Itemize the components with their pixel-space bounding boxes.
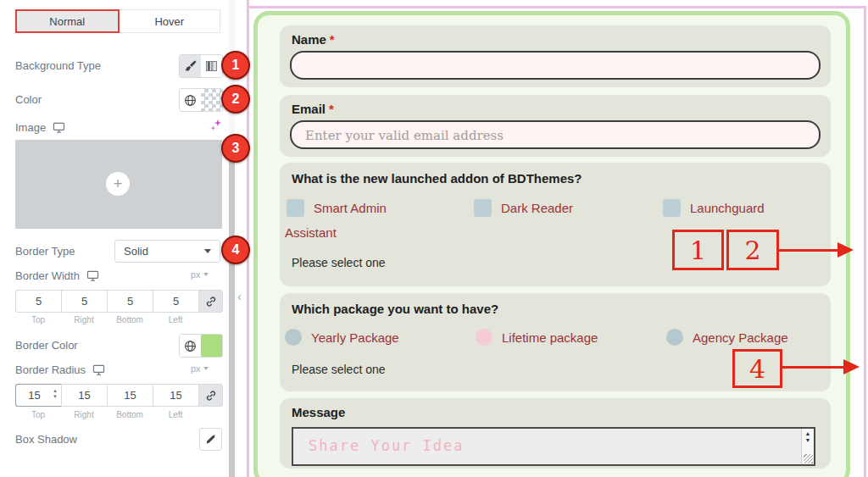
checkbox-option-launchguard[interactable]: Launchguard [663,199,765,217]
required-asterisk: * [329,102,334,116]
border-radius-label-row: Border Radius [15,362,105,377]
state-tabs: Normal Hover [15,9,220,33]
border-width-left-input[interactable]: 5 [153,290,198,313]
message-placeholder: Share Your Idea [309,437,465,454]
chevron-down-icon [203,367,209,370]
radio-option-lifetime-package[interactable]: Lifetime package [476,329,598,346]
scroll-down-icon[interactable]: ▼ [805,437,811,444]
radio-icon[interactable] [666,329,683,346]
annotation-circle-3: 3 [221,134,250,163]
add-image-icon[interactable]: + [106,172,130,196]
color-global-button[interactable] [180,89,201,111]
name-label: Name* [292,32,335,47]
tab-hover[interactable]: Hover [120,9,221,33]
image-label-row: Image [15,119,65,135]
name-input[interactable] [290,51,821,80]
checkbox-option-smart-admin-assistant[interactable]: Smart Admin [287,199,387,217]
border-radius-bottom-input[interactable]: 15 [107,384,153,407]
message-label: Message [292,405,345,419]
radio-icon[interactable] [285,329,302,346]
border-width-right-input[interactable]: 5 [61,290,107,313]
chevron-down-icon [203,273,209,276]
ai-sparkles-icon[interactable] [209,119,223,132]
box-shadow-edit-button[interactable] [199,428,222,451]
resize-grip-icon[interactable] [804,454,813,463]
tab-normal[interactable]: Normal [15,9,120,33]
stepper-arrows-icon[interactable]: ▲▼ [53,388,58,399]
editor-outline-right [864,6,866,477]
name-field-group: Name* [280,25,831,87]
background-type-switcher [179,54,223,78]
image-label: Image [15,121,46,134]
box-shadow-label: Box Shadow [15,428,77,451]
background-type-label: Background Type [15,54,101,76]
border-width-bottom-input[interactable]: 5 [107,290,153,313]
annotation-circle-1: 1 [221,51,250,80]
background-gradient-button[interactable] [201,55,222,77]
border-radius-top-input[interactable]: 15 ▲▼ [15,384,61,407]
link-values-button[interactable] [198,290,223,313]
color-picker-swatch[interactable] [201,89,222,111]
annotation-box-4: 4 [732,349,782,388]
border-radius-left-input[interactable]: 15 [153,384,198,407]
checkbox-question: What is the new launched addon of BDThem… [292,171,582,186]
responsive-monitor-icon[interactable] [92,364,105,375]
radio-option-agency-package[interactable]: Agency Package [666,329,788,346]
message-field-group: Message Share Your Idea ▲ ▼ [280,398,831,469]
radio-icon[interactable] [476,329,492,346]
border-width-dim-labels: Top Right Bottom Left [15,315,198,324]
message-textarea[interactable]: Share Your Idea ▲ ▼ [292,427,815,466]
border-color-label: Border Color [15,334,78,357]
checkbox-icon[interactable] [474,199,492,217]
link-icon [205,390,217,402]
annotation-arrow-line [782,366,844,369]
email-input[interactable] [290,120,821,149]
select-one-hint: Please select one [292,363,386,376]
checkbox-option-dark-reader[interactable]: Dark Reader [474,199,573,217]
annotation-box-1: 1 [672,230,724,270]
transparency-checker-icon [201,89,222,111]
globe-icon [184,94,197,107]
brush-icon [185,60,197,72]
border-width-top-input[interactable]: 5 [15,290,61,313]
border-width-unit-select[interactable]: px [191,269,209,280]
link-icon [205,296,217,308]
border-color-control [179,334,223,358]
responsive-monitor-icon[interactable] [53,122,65,133]
elementor-editor: Normal Hover Background Type 1 Color [0,0,868,477]
annotation-arrow-head [843,359,860,374]
settings-panel: Normal Hover Background Type 1 Color [0,0,229,477]
border-type-select[interactable]: Solid [114,240,220,263]
pencil-icon [205,434,216,445]
editor-outline-top [247,6,866,8]
panel-collapse-chevron[interactable]: ‹ [237,289,242,303]
responsive-monitor-icon[interactable] [86,270,99,281]
checkbox-icon[interactable] [287,199,304,217]
border-radius-right-input[interactable]: 15 [61,384,107,407]
border-radius-dim-labels: Top Right Bottom Left [15,410,198,419]
border-width-inputs: 5 5 5 5 [15,290,223,313]
globe-icon [184,340,197,352]
checkbox-option-label-wrapped: Assistant [285,225,337,240]
radio-option-yearly-package[interactable]: Yearly Package [285,329,399,346]
link-values-button[interactable] [198,384,223,407]
scroll-up-icon[interactable]: ▲ [805,430,811,437]
border-type-label: Border Type [15,240,75,263]
email-field-group: Email* [280,95,831,157]
panel-scrollbar-thumb[interactable] [229,161,235,477]
color-global-button[interactable] [180,335,201,357]
required-asterisk: * [330,32,335,47]
border-color-swatch[interactable] [201,335,222,357]
chevron-down-icon [204,249,211,253]
border-radius-unit-select[interactable]: px [191,363,209,374]
border-width-label: Border Width [15,269,80,282]
background-classic-button[interactable] [180,55,201,77]
green-swatch-icon [201,335,222,357]
border-width-label-row: Border Width [15,268,99,283]
annotation-circle-2: 2 [221,85,250,114]
select-one-hint: Please select one [292,256,386,269]
email-label: Email* [292,102,334,116]
checkbox-icon[interactable] [663,199,681,217]
border-radius-inputs: 15 ▲▼ 15 15 15 [15,384,223,407]
annotation-arrow-line [779,249,838,252]
